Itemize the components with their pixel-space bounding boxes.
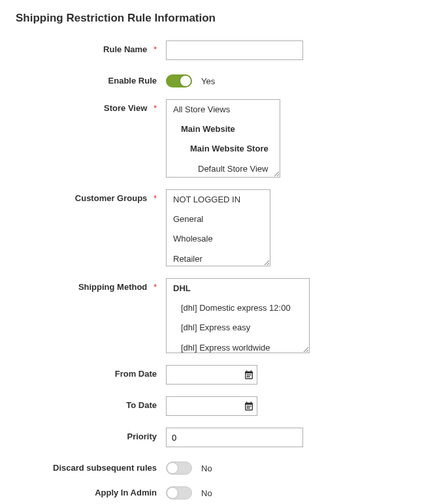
shipping-method-listbox[interactable]: DHL[dhl] Domestic express 12:00[dhl] Exp… bbox=[166, 278, 310, 353]
enable-rule-value: Yes bbox=[201, 76, 215, 86]
label-priority: Priority bbox=[16, 428, 166, 441]
required-marker: * bbox=[154, 282, 157, 292]
label-rule-name: Rule Name * bbox=[16, 40, 166, 54]
label-text: Apply In Admin bbox=[95, 488, 157, 497]
row-rule-name: Rule Name * bbox=[16, 40, 423, 60]
store-view-listbox[interactable]: All Store ViewsMain WebsiteMain Website … bbox=[166, 99, 280, 178]
label-apply-admin: Apply In Admin bbox=[16, 484, 166, 497]
label-text: Store View bbox=[104, 103, 147, 113]
list-item[interactable]: Wholesale bbox=[167, 229, 270, 249]
row-from-date: From Date bbox=[16, 365, 423, 385]
row-store-view: Store View * All Store ViewsMain Website… bbox=[16, 99, 423, 178]
label-to-date: To Date bbox=[16, 396, 166, 410]
row-enable-rule: Enable Rule Yes bbox=[16, 72, 423, 87]
rule-name-input[interactable] bbox=[166, 40, 303, 60]
list-item[interactable]: [dhl] Express worldwide bbox=[167, 338, 309, 353]
list-item[interactable]: [dhl] Domestic express 12:00 bbox=[167, 298, 309, 318]
label-shipping-method: Shipping Method * bbox=[16, 278, 166, 292]
apply-admin-value: No bbox=[201, 488, 212, 498]
label-text: Rule Name bbox=[103, 44, 147, 54]
calendar-icon[interactable] bbox=[241, 370, 257, 380]
enable-rule-toggle[interactable] bbox=[166, 74, 192, 87]
customer-groups-listbox[interactable]: NOT LOGGED INGeneralWholesaleRetailer bbox=[166, 189, 270, 266]
apply-admin-toggle[interactable] bbox=[166, 486, 192, 499]
row-discard: Discard subsequent rules No bbox=[16, 459, 423, 475]
list-item[interactable]: Default Store View bbox=[167, 159, 280, 178]
label-text: Priority bbox=[127, 432, 157, 441]
label-store-view: Store View * bbox=[16, 99, 166, 113]
list-item[interactable]: Main Website bbox=[167, 119, 280, 139]
to-date-input[interactable] bbox=[167, 397, 241, 415]
label-text: Customer Groups bbox=[75, 193, 148, 203]
section-title: Shipping Restriction Rule Information bbox=[16, 12, 423, 25]
label-discard: Discard subsequent rules bbox=[16, 459, 166, 473]
label-text: To Date bbox=[126, 400, 157, 410]
list-item[interactable]: DHL bbox=[167, 279, 309, 298]
list-item[interactable]: NOT LOGGED IN bbox=[167, 190, 270, 210]
label-enable-rule: Enable Rule bbox=[16, 72, 166, 86]
discard-toggle[interactable] bbox=[166, 462, 192, 475]
list-item[interactable]: All Store Views bbox=[167, 100, 280, 119]
label-text: From Date bbox=[115, 369, 157, 379]
label-text: Shipping Method bbox=[78, 282, 147, 292]
discard-value: No bbox=[201, 464, 212, 473]
calendar-icon[interactable] bbox=[241, 401, 257, 411]
row-to-date: To Date bbox=[16, 396, 423, 416]
required-marker: * bbox=[154, 44, 157, 54]
row-priority: Priority bbox=[16, 428, 423, 447]
label-text: Enable Rule bbox=[108, 76, 157, 86]
list-item[interactable]: Retailer bbox=[167, 249, 270, 266]
row-customer-groups: Customer Groups * NOT LOGGED INGeneralWh… bbox=[16, 189, 423, 266]
required-marker: * bbox=[154, 103, 157, 113]
list-item[interactable]: [dhl] Express easy bbox=[167, 318, 309, 338]
priority-input[interactable] bbox=[166, 428, 303, 447]
from-date-input[interactable] bbox=[167, 366, 241, 384]
list-item[interactable]: Main Website Store bbox=[167, 139, 280, 159]
row-shipping-method: Shipping Method * DHL[dhl] Domestic expr… bbox=[16, 278, 423, 353]
to-date-field bbox=[166, 396, 257, 416]
from-date-field bbox=[166, 365, 257, 385]
list-item[interactable]: General bbox=[167, 210, 270, 229]
row-apply-admin: Apply In Admin No bbox=[16, 484, 423, 499]
label-from-date: From Date bbox=[16, 365, 166, 379]
required-marker: * bbox=[154, 193, 157, 203]
label-text: Discard subsequent rules bbox=[53, 463, 157, 473]
label-customer-groups: Customer Groups * bbox=[16, 189, 166, 203]
